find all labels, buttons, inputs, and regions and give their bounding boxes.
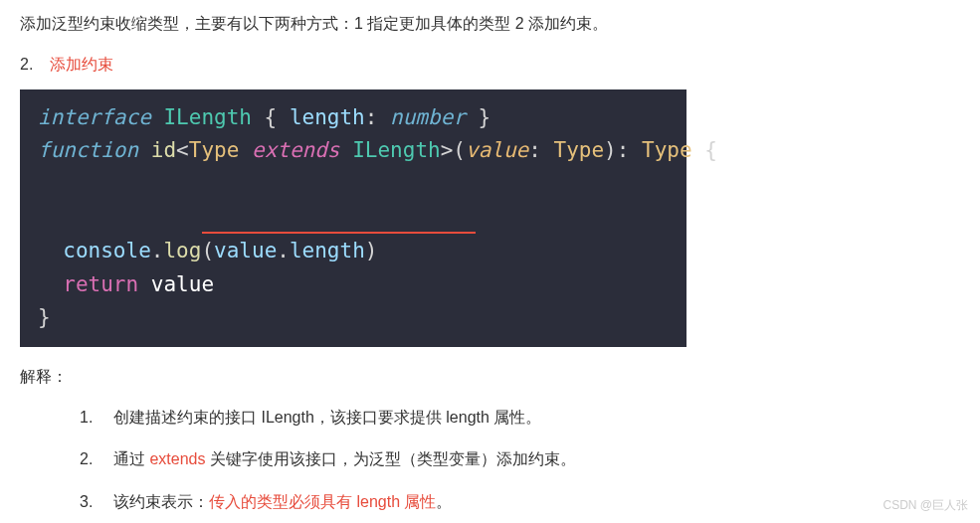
explain-item: 2.通过 extends 关键字使用该接口，为泛型（类型变量）添加约束。 xyxy=(80,445,960,474)
code-line-3: console.log(value.length) xyxy=(38,235,669,268)
section-title: 2. 添加约束 xyxy=(20,51,960,80)
code-line-5: } xyxy=(38,301,669,335)
explain-item-number: 1. xyxy=(80,404,98,433)
code-line-1: interface ILength { length: number } xyxy=(38,101,669,135)
explain-item-text: 创建描述约束的接口 ILength，该接口要求提供 length 属性。 xyxy=(113,404,541,433)
watermark: CSDN @巨人张 xyxy=(882,495,968,517)
section-number: 2. xyxy=(20,56,33,73)
explain-label: 解释： xyxy=(20,363,960,392)
explain-item-text: 该约束表示：传入的类型必须具有 length 属性。 xyxy=(113,488,452,517)
code-line-2: function id<Type extends ILength>(value:… xyxy=(38,134,669,235)
code-block: interface ILength { length: number } fun… xyxy=(20,89,686,347)
intro-text: 添加泛型约束收缩类型，主要有以下两种方式：1 指定更加具体的类型 2 添加约束。 xyxy=(20,10,960,39)
section-label: 添加约束 xyxy=(50,56,113,73)
code-line-4: return value xyxy=(38,268,669,302)
underline-red xyxy=(202,232,476,234)
explain-item-number: 2. xyxy=(80,445,98,474)
explain-list: 1.创建描述约束的接口 ILength，该接口要求提供 length 属性。2.… xyxy=(80,404,960,517)
explain-item: 3.该约束表示：传入的类型必须具有 length 属性。 xyxy=(80,488,960,517)
explain-item: 1.创建描述约束的接口 ILength，该接口要求提供 length 属性。 xyxy=(80,404,960,433)
explain-item-number: 3. xyxy=(80,488,98,517)
explain-item-text: 通过 extends 关键字使用该接口，为泛型（类型变量）添加约束。 xyxy=(113,445,576,474)
